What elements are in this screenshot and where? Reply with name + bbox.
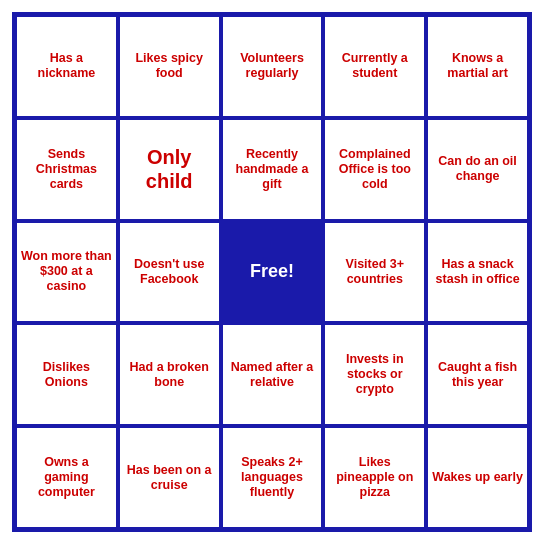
- bingo-cell-r2c4[interactable]: Has a snack stash in office: [426, 221, 529, 324]
- bingo-cell-r2c1[interactable]: Doesn't use Facebook: [118, 221, 221, 324]
- bingo-cell-r0c2[interactable]: Volunteers regularly: [221, 15, 324, 118]
- bingo-cell-r3c4[interactable]: Caught a fish this year: [426, 323, 529, 426]
- bingo-cell-r3c1[interactable]: Had a broken bone: [118, 323, 221, 426]
- bingo-cell-r0c0[interactable]: Has a nickname: [15, 15, 118, 118]
- bingo-cell-r2c0[interactable]: Won more than $300 at a casino: [15, 221, 118, 324]
- bingo-cell-r3c2[interactable]: Named after a relative: [221, 323, 324, 426]
- bingo-cell-r0c1[interactable]: Likes spicy food: [118, 15, 221, 118]
- bingo-cell-r3c3[interactable]: Invests in stocks or crypto: [323, 323, 426, 426]
- bingo-cell-r4c3[interactable]: Likes pineapple on pizza: [323, 426, 426, 529]
- bingo-cell-r4c1[interactable]: Has been on a cruise: [118, 426, 221, 529]
- bingo-cell-r4c0[interactable]: Owns a gaming computer: [15, 426, 118, 529]
- bingo-cell-r2c3[interactable]: Visited 3+ countries: [323, 221, 426, 324]
- bingo-cell-r1c1[interactable]: Only child: [118, 118, 221, 221]
- bingo-board: Has a nicknameLikes spicy foodVolunteers…: [12, 12, 532, 532]
- bingo-cell-r2c2[interactable]: Free!: [221, 221, 324, 324]
- bingo-cell-r1c4[interactable]: Can do an oil change: [426, 118, 529, 221]
- bingo-cell-r0c4[interactable]: Knows a martial art: [426, 15, 529, 118]
- bingo-cell-r1c3[interactable]: Complained Office is too cold: [323, 118, 426, 221]
- bingo-cell-r4c2[interactable]: Speaks 2+ languages fluently: [221, 426, 324, 529]
- bingo-cell-r1c2[interactable]: Recently handmade a gift: [221, 118, 324, 221]
- bingo-cell-r4c4[interactable]: Wakes up early: [426, 426, 529, 529]
- bingo-cell-r0c3[interactable]: Currently a student: [323, 15, 426, 118]
- bingo-cell-r3c0[interactable]: Dislikes Onions: [15, 323, 118, 426]
- bingo-cell-r1c0[interactable]: Sends Christmas cards: [15, 118, 118, 221]
